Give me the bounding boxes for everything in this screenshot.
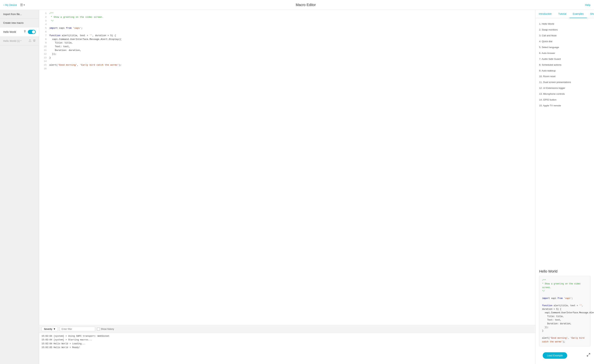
list-item[interactable]: 4. Quick dial [539,39,590,45]
code-line: 3 */ [39,19,535,23]
menu-icon: ☰ [20,3,23,7]
hw-code-function: function alert(title, text = '', duratio… [542,304,587,311]
example-link[interactable]: 3. Call and Mute [539,34,557,37]
back-link[interactable]: ‹ My Device [4,3,17,6]
log-toolbar: Severity ▼ Show history [39,325,535,333]
log-content: 15:02:04 [system] > Using XAPI transport… [39,333,535,364]
list-item[interactable]: 11. Dual screen presentations [539,79,590,85]
list-item[interactable]: 2. Swap monitors [539,27,590,33]
example-link[interactable]: 12. UI Extensions logger [539,87,565,89]
import-from-file[interactable]: Import from file... [0,10,39,19]
example-link[interactable]: 7. Audio Safe Guard [539,58,561,60]
macro-delete-icon[interactable] [33,39,36,43]
log-line: 15:02:04 Hello World > Loading... [41,342,533,346]
example-link[interactable]: 15. Apple TV remote [539,104,561,107]
line-number: 11 [41,49,47,52]
list-item[interactable]: 10. Room reset [539,74,590,79]
create-new-macro[interactable]: Create new macro [0,19,39,27]
log-line: 15:02:04 [system] > Starting macros... [41,338,533,342]
line-number: 14 [41,59,47,63]
code-line: 16 [39,67,535,71]
hw-code-body1: xapi.Command.UserInterface.Message.Alert… [542,311,587,315]
example-link[interactable]: 13. Microphone controls [539,92,565,95]
example-link[interactable]: 4. Quick dial [539,40,552,43]
line-code: Duration: duration, [49,49,81,52]
list-item[interactable]: 13. Microphone controls [539,91,590,97]
hw-code-blank2 [542,300,587,304]
filter-input[interactable] [60,327,95,331]
line-code: Text: text, [49,45,70,49]
examples-list: 1. Hello World2. Swap monitors3. Call an… [539,21,590,109]
line-number: 7 [41,34,47,38]
show-history-checkbox[interactable] [97,328,100,331]
hw-code-blank1 [542,293,587,297]
line-code: /** [49,12,54,15]
line-number: 15 [41,63,47,67]
tab-examples[interactable]: Examples [569,10,587,18]
code-line: 9 Title: title, [39,41,535,45]
severity-button[interactable]: Severity ▼ [41,327,58,331]
hello-world-section: Hello World /** * Show a greeting on the… [536,269,594,350]
line-number: 3 [41,19,47,23]
list-item[interactable]: 15. Apple TV remote [539,103,590,109]
right-tabs: IntroductionTutorialExamplesShortcuts [536,10,594,18]
example-link[interactable]: 14. GPIO button [539,98,557,101]
code-line: 5import xapi from 'xapi'; [39,26,535,30]
menu-button[interactable]: ☰ ▼ [19,2,27,8]
tab-tutorial[interactable]: Tutorial [555,10,569,18]
load-example-button[interactable]: Load Example [543,352,567,359]
example-link[interactable]: 8. Scheduled actions [539,64,561,66]
line-code: Title: title, [49,41,73,45]
list-item[interactable]: 5. Select language [539,45,590,50]
line-code: } [49,56,51,60]
line-code: }); [49,52,56,56]
example-link[interactable]: 11. Dual screen presentations [539,81,571,84]
log-area: Severity ▼ Show history 15:02:04 [system… [39,325,535,364]
line-code: alert('Good morning', 'Early bird catch … [49,63,122,67]
macro-toggle[interactable] [28,30,36,34]
list-item[interactable]: 12. UI Extensions logger [539,85,590,91]
macro-pin-icon[interactable] [23,30,27,34]
hello-world-code: /** * Show a greeting on the video scree… [539,276,590,346]
svg-line-3 [587,355,588,356]
line-code: xapi.Command.UserInterface.Message.Alert… [49,38,122,41]
hw-code-body4: Duration: duration, [542,322,587,325]
list-item[interactable]: 14. GPIO button [539,97,590,103]
macro-actions [23,30,36,34]
tab-shortcuts[interactable]: Shortcuts [587,10,594,18]
line-number: 1 [41,12,47,15]
tab-introduction[interactable]: Introduction [536,10,555,18]
list-item[interactable]: 3. Call and Mute [539,33,590,39]
example-link[interactable]: 10. Room reset [539,75,555,78]
macro-name: Hello World [3,31,16,33]
page-title: Macro Editor [27,3,585,7]
code-content[interactable]: 1/**2 * Show a greeting on the video scr… [39,10,535,325]
code-line: 1/** [39,12,535,15]
code-line: 14 [39,59,535,63]
list-item[interactable]: 9. Auto-wakeup [539,68,590,74]
hw-code-comment1: /** [542,279,587,282]
line-number: 12 [41,52,47,56]
list-item[interactable]: 1. Hello World [539,21,590,27]
list-item[interactable]: 6. Auto Answer [539,50,590,56]
code-line: 13} [39,56,535,60]
hw-code-body2: Title: title, [542,315,587,318]
code-line: 11 Duration: duration, [39,49,535,52]
expand-icon[interactable] [587,353,590,358]
code-line: 15alert('Good morning', 'Early bird catc… [39,63,535,67]
list-item[interactable]: 7. Audio Safe Guard [539,56,590,62]
example-link[interactable]: 5. Select language [539,46,559,49]
example-link[interactable]: 2. Swap monitors [539,28,558,31]
example-link[interactable]: 6. Auto Answer [539,52,555,54]
macro-item-hello-world-draft[interactable]: Hello World (1) * [0,37,39,46]
example-link[interactable]: 9. Auto-wakeup [539,69,556,72]
help-button[interactable]: Help [585,3,590,6]
macro-item-hello-world[interactable]: Hello World [0,27,39,37]
list-item[interactable]: 8. Scheduled actions [539,62,590,68]
main-layout: Import from file... Create new macro Hel… [0,10,594,364]
macro-export-icon[interactable] [29,39,31,43]
log-line: 15:02:05 Hello World > Ready! [41,346,533,350]
show-history-label[interactable]: Show history [97,328,114,331]
example-link[interactable]: 1. Hello World [539,23,554,25]
code-editor[interactable]: 1/**2 * Show a greeting on the video scr… [39,10,535,325]
